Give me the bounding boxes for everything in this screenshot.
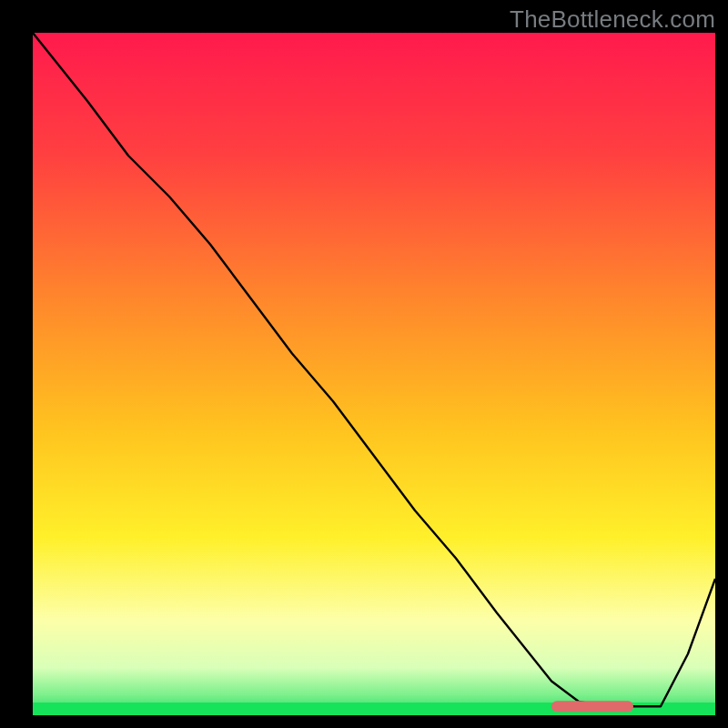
watermark-label: TheBottleneck.com [510,5,715,34]
chart-svg [33,33,715,715]
bottleneck-curve-line [33,33,715,706]
chart-frame: TheBottleneck.com [0,0,728,728]
plot-area [33,33,715,715]
optimal-zone-marker [551,701,633,712]
